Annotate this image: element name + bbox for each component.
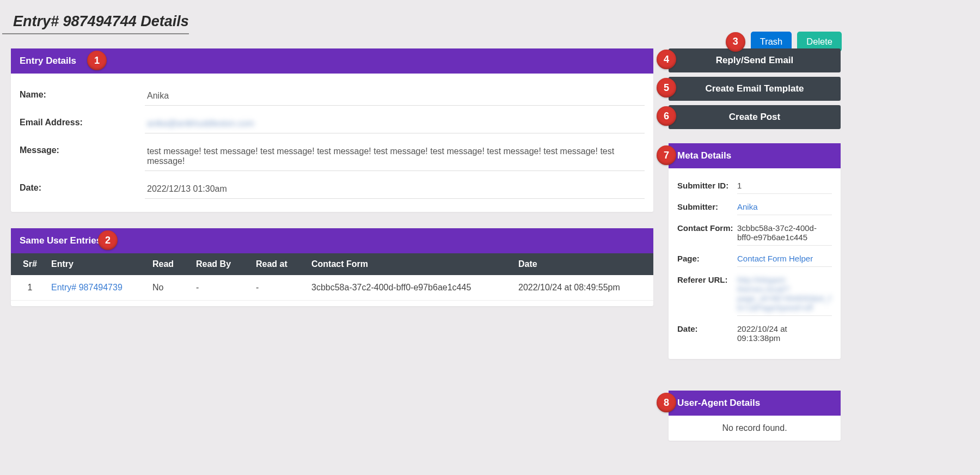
field-email: Email Address: anika@anikhuddleston.com bbox=[20, 109, 645, 137]
same-user-header-text: Same User Entries bbox=[20, 235, 101, 246]
meta-contact-form-label: Contact Form: bbox=[677, 222, 737, 233]
meta-submitter-label: Submitter: bbox=[677, 200, 737, 211]
entry-details-panel: Entry Details 1 Name: Anika Email Addres… bbox=[11, 48, 653, 212]
badge-3: 3 bbox=[726, 32, 745, 52]
table-row: 1 Entry# 987494739 No - - 3cbbc58a-37c2-… bbox=[11, 275, 653, 301]
same-user-panel: Same User Entries 2 Sr# Entry Read Read … bbox=[11, 228, 653, 306]
col-form: Contact Form bbox=[311, 259, 518, 269]
badge-2: 2 bbox=[98, 230, 118, 250]
col-entry: Entry bbox=[49, 259, 152, 269]
meta-referer-label: Referer URL: bbox=[677, 273, 737, 284]
field-date-value: 2022/12/13 01:30am bbox=[145, 180, 645, 199]
page-title: Entry# 987494744 Details bbox=[2, 0, 189, 34]
meta-date-label: Date: bbox=[677, 322, 737, 333]
user-agent-panel: 8 User-Agent Details No record found. bbox=[669, 391, 841, 441]
badge-5: 5 bbox=[657, 78, 676, 98]
meta-referer-link[interactable]: http://elegant-themes.local/?page_id=987… bbox=[737, 273, 832, 316]
cell-date: 2022/10/24 at 08:49:55pm bbox=[518, 283, 644, 293]
user-agent-no-record: No record found. bbox=[669, 416, 841, 441]
user-agent-header: User-Agent Details bbox=[669, 391, 841, 416]
field-message: Message: test message! test message! tes… bbox=[20, 137, 645, 174]
col-date: Date bbox=[518, 259, 644, 269]
cell-entry-link[interactable]: Entry# 987494739 bbox=[51, 283, 122, 292]
meta-page-label: Page: bbox=[677, 252, 737, 263]
field-message-label: Message: bbox=[20, 142, 145, 155]
entry-details-header: Entry Details 1 bbox=[11, 48, 653, 74]
entry-details-header-text: Entry Details bbox=[20, 56, 76, 66]
meta-submitter-link[interactable]: Anika bbox=[737, 200, 832, 215]
meta-submitter-id-value: 1 bbox=[737, 179, 832, 194]
meta-date-value: 2022/10/24 at 09:13:38pm bbox=[737, 322, 832, 346]
field-message-value: test message! test message! test message… bbox=[145, 142, 645, 171]
field-name-label: Name: bbox=[20, 87, 145, 100]
field-email-value: anika@anikhuddleston.com bbox=[145, 114, 645, 133]
create-post-button[interactable]: Create Post bbox=[669, 105, 841, 129]
badge-1: 1 bbox=[87, 51, 107, 70]
cell-read: No bbox=[152, 283, 196, 293]
col-sr: Sr# bbox=[11, 259, 49, 269]
badge-4: 4 bbox=[657, 50, 676, 69]
field-name: Name: Anika bbox=[20, 81, 645, 109]
field-date-label: Date: bbox=[20, 180, 145, 193]
col-readby: Read By bbox=[196, 259, 256, 269]
cell-readby: - bbox=[196, 283, 256, 293]
cell-sr: 1 bbox=[11, 283, 49, 293]
meta-submitter-id-label: Submitter ID: bbox=[677, 179, 737, 190]
badge-6: 6 bbox=[657, 106, 676, 126]
meta-contact-form-value: 3cbbc58a-37c2-400d-bff0-e97b6ae1c445 bbox=[737, 222, 832, 246]
col-read: Read bbox=[152, 259, 196, 269]
badge-7: 7 bbox=[657, 145, 676, 165]
badge-8: 8 bbox=[657, 393, 676, 412]
create-email-template-button[interactable]: Create Email Template bbox=[669, 77, 841, 101]
col-readat: Read at bbox=[256, 259, 311, 269]
cell-form: 3cbbc58a-37c2-400d-bff0-e97b6ae1c445 bbox=[311, 283, 518, 293]
meta-page-link[interactable]: Contact Form Helper bbox=[737, 252, 832, 267]
same-user-table-header: Sr# Entry Read Read By Read at Contact F… bbox=[11, 253, 653, 275]
same-user-header: Same User Entries 2 bbox=[11, 228, 653, 253]
meta-details-panel: 7 Meta Details Submitter ID: 1 Submitter… bbox=[669, 143, 841, 359]
field-name-value: Anika bbox=[145, 87, 645, 106]
reply-send-email-button[interactable]: Reply/Send Email bbox=[669, 48, 841, 72]
field-date: Date: 2022/12/13 01:30am bbox=[20, 174, 645, 202]
field-email-label: Email Address: bbox=[20, 114, 145, 127]
meta-details-header: Meta Details bbox=[669, 143, 841, 168]
cell-readat: - bbox=[256, 283, 311, 293]
